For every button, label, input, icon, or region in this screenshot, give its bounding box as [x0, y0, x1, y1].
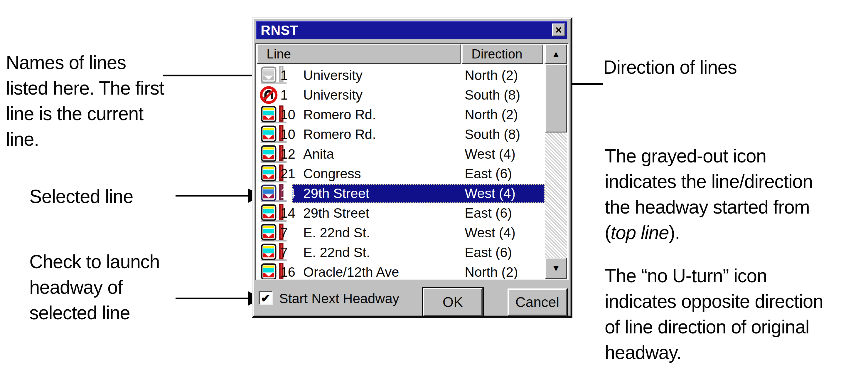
- list-item[interactable]: 1 University North (2): [256, 65, 545, 85]
- scrollbar-down-button[interactable]: ▼: [545, 258, 567, 279]
- annotation-selected-line: Selected line: [29, 184, 194, 209]
- line-list: 1 University North (2) 1 University Sout…: [256, 64, 545, 279]
- line-direction: West (4): [465, 144, 516, 164]
- line-direction: East (6): [465, 243, 512, 262]
- line-number: 21: [280, 164, 295, 184]
- line-number: 10: [280, 105, 295, 124]
- line-number: 10: [280, 124, 295, 144]
- annotation-check-to-launch: Check to launch headway of selected line: [29, 249, 194, 326]
- list-item[interactable]: 7 E. 22nd St. East (6): [256, 243, 545, 262]
- window-title: RNST: [256, 22, 299, 38]
- line-name: University: [303, 85, 363, 105]
- line-number: 1: [280, 85, 288, 105]
- line-direction: East (6): [465, 203, 512, 223]
- line-direction: North (2): [465, 262, 518, 279]
- list-item[interactable]: 12 Anita West (4): [256, 144, 545, 164]
- list-item[interactable]: 10 Romero Rd. North (2): [256, 105, 545, 124]
- cancel-button-label: Cancel: [516, 294, 559, 310]
- arrow-selected-line: [176, 195, 249, 197]
- line-number: 7: [280, 223, 288, 243]
- line-name: Anita: [303, 144, 334, 164]
- scrollbar-up-button[interactable]: ▲: [545, 44, 567, 64]
- title-bar[interactable]: RNST ✕: [256, 21, 567, 39]
- page: Names of lines listed here. The first li…: [0, 0, 868, 386]
- list-item[interactable]: 1 University South (8): [256, 85, 545, 105]
- line-name: E. 22nd St.: [303, 223, 370, 243]
- column-header-direction[interactable]: Direction: [462, 44, 544, 64]
- list-item[interactable]: 16 Oracle/12th Ave North (2): [256, 262, 545, 279]
- line-number: 12: [280, 144, 295, 164]
- annotation-names-of-lines: Names of lines listed here. The first li…: [6, 50, 194, 152]
- line-number: 14: [280, 203, 295, 223]
- line-direction: West (4): [465, 184, 516, 203]
- line-name: Oracle/12th Ave: [303, 262, 399, 279]
- line-direction: West (4): [465, 223, 516, 243]
- line-number: 1: [280, 65, 288, 85]
- line-listview: Line Direction 1 University North (2) 1 …: [255, 43, 569, 280]
- line-number: 14: [280, 184, 295, 203]
- ok-button[interactable]: OK: [422, 287, 484, 317]
- scroll-down-icon: ▼: [552, 263, 560, 273]
- line-direction: East (6): [465, 164, 512, 184]
- cancel-button[interactable]: Cancel: [507, 289, 568, 317]
- line-name: Romero Rd.: [303, 105, 376, 124]
- start-next-headway-checkbox[interactable]: ✔: [258, 291, 273, 305]
- line-direction: North (2): [465, 105, 518, 124]
- line-name: 29th Street: [303, 184, 369, 203]
- line-name: Romero Rd.: [303, 124, 376, 144]
- close-icon: ✕: [555, 25, 562, 35]
- list-item[interactable]: 14 29th Street West (4): [256, 184, 545, 203]
- list-item[interactable]: 10 Romero Rd. South (8): [256, 124, 545, 144]
- line-direction: South (8): [465, 124, 520, 144]
- checkmark-icon: ✔: [261, 291, 271, 305]
- annotation-no-uturn-icon: The “no U-turn” icon indicates opposite …: [605, 263, 863, 365]
- arrow-names-line: [163, 75, 261, 77]
- line-number: 16: [280, 262, 295, 279]
- scrollbar-thumb[interactable]: [545, 64, 567, 132]
- line-name: E. 22nd St.: [303, 243, 370, 262]
- list-item[interactable]: 7 E. 22nd St. West (4): [256, 223, 545, 243]
- annotation-direction-of-lines: Direction of lines: [603, 55, 838, 80]
- start-next-headway-label: Start Next Headway: [279, 291, 399, 305]
- column-header-line[interactable]: Line: [257, 44, 461, 64]
- line-direction: South (8): [465, 85, 520, 105]
- line-name: 29th Street: [303, 203, 369, 223]
- line-name: University: [303, 65, 363, 85]
- close-button[interactable]: ✕: [552, 24, 565, 36]
- list-item[interactable]: 21 Congress East (6): [256, 164, 545, 184]
- line-direction: North (2): [465, 65, 518, 85]
- line-number: 7: [280, 243, 288, 262]
- arrow-checkbox-line: [176, 298, 249, 299]
- scroll-up-icon: ▲: [552, 49, 560, 59]
- list-item[interactable]: 14 29th Street East (6): [256, 203, 545, 223]
- annotation-grayed-icon: The grayed-out icon indicates the line/d…: [605, 143, 857, 245]
- rnst-dialog: RNST ✕ Line Direction 1 University North…: [252, 17, 572, 318]
- line-name: Congress: [303, 164, 361, 184]
- ok-button-label: OK: [443, 294, 463, 310]
